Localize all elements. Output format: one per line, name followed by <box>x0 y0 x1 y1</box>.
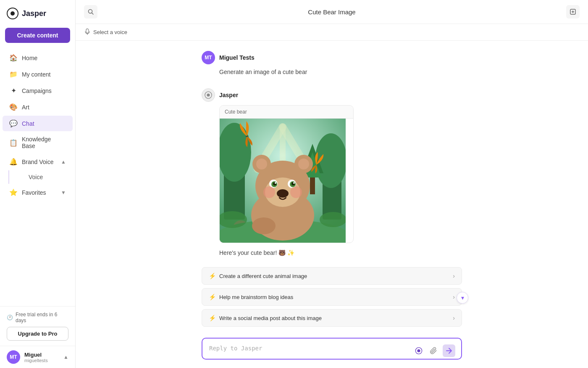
sidebar-item-campaigns-label: Campaigns <box>22 87 52 94</box>
bolt-icon-3: ⚡ <box>209 315 216 321</box>
campaigns-icon: ✦ <box>9 87 18 95</box>
svg-point-50 <box>263 186 275 198</box>
suggestion-3[interactable]: ⚡ Write a social media post about this i… <box>202 309 462 327</box>
svg-point-55 <box>320 212 346 227</box>
suggestion-2-content: ⚡ Help me brainstorm blog ideas <box>209 294 293 300</box>
sidebar-brand-voice-section[interactable]: 🔔 Brand Voice ▲ <box>3 154 73 169</box>
create-content-button[interactable]: Create content <box>5 28 70 43</box>
suggestion-2[interactable]: ⚡ Help me brainstorm blog ideas › <box>202 288 462 306</box>
suggestion-2-text: Help me brainstorm blog ideas <box>219 294 293 300</box>
brand-voice-chevron-icon: ▲ <box>61 159 66 165</box>
chat-icon: 💬 <box>9 119 18 127</box>
jasper-message: Jasper Cute bear <box>202 88 462 262</box>
voice-selector-icon <box>84 28 91 36</box>
sidebar-item-knowledge-base-label: Knowledge Base <box>22 136 66 149</box>
favorites-icon: ⭐ <box>9 188 18 196</box>
suggestion-1-text: Create a different cute animal image <box>219 273 307 279</box>
suggestion-1-arrow: › <box>453 273 455 279</box>
jasper-msg-header: Jasper <box>202 88 462 102</box>
chevron-down-icon: ▾ <box>461 294 464 301</box>
user-info: MT Miguel migueltests <box>7 350 48 364</box>
sidebar-favorites-section[interactable]: ⭐ Favorites ▼ <box>3 185 73 200</box>
trial-text: 🕐 Free trial ends in 6 days <box>7 312 68 323</box>
sidebar-item-art[interactable]: 🎨 Art <box>3 99 73 115</box>
jasper-msg-avatar <box>202 88 215 102</box>
favorites-chevron-icon: ▼ <box>61 190 66 196</box>
brand-voice-label: Brand Voice <box>22 159 54 165</box>
svg-point-47 <box>275 182 276 184</box>
user-msg-header: MT Miguel Tests <box>202 51 462 64</box>
main-content: Cute Bear Image Select a voice MT Miguel… <box>76 0 588 368</box>
svg-point-57 <box>417 349 420 352</box>
send-button[interactable] <box>443 344 455 357</box>
sidebar-item-voice[interactable]: Voice <box>8 170 73 184</box>
generated-image-card: Cute bear <box>219 105 354 243</box>
my-content-icon: 📁 <box>9 70 18 78</box>
upgrade-button[interactable]: Upgrade to Pro <box>7 327 68 341</box>
knowledge-base-icon: 📋 <box>9 139 18 147</box>
svg-point-39 <box>298 159 309 169</box>
collapse-suggestions-button[interactable]: ▾ <box>457 292 468 304</box>
image-label: Cute bear <box>220 106 353 119</box>
trial-clock-icon: 🕐 <box>7 315 13 320</box>
attachment-button[interactable] <box>428 344 440 357</box>
voice-selector-label: Select a voice <box>93 29 127 35</box>
user-chevron-icon: ▲ <box>63 354 68 360</box>
logo-text: Jasper <box>22 9 46 18</box>
topbar: Cute Bear Image <box>76 0 588 24</box>
svg-point-48 <box>293 182 295 184</box>
suggestion-2-arrow: › <box>453 294 455 300</box>
bear-image <box>220 119 346 243</box>
suggestion-1[interactable]: ⚡ Create a different cute animal image › <box>202 267 462 285</box>
svg-point-37 <box>256 159 267 169</box>
sidebar: Jasper Create content 🏠 Home 📁 My conten… <box>0 0 76 368</box>
jasper-response-line1: Here's your cute bear! 🐻 ✨ <box>202 248 462 257</box>
sidebar-item-chat[interactable]: 💬 Chat <box>3 116 73 131</box>
sidebar-item-art-label: Art <box>22 104 29 111</box>
user-section[interactable]: MT Miguel migueltests ▲ <box>0 346 75 368</box>
sidebar-item-home-label: Home <box>22 55 37 61</box>
input-area <box>76 334 588 368</box>
sidebar-item-my-content-label: My content <box>22 71 50 78</box>
suggestion-3-text: Write a social media post about this ima… <box>219 315 322 321</box>
svg-point-49 <box>277 189 289 198</box>
sidebar-item-my-content[interactable]: 📁 My content <box>3 66 73 82</box>
bolt-icon-2: ⚡ <box>209 294 216 300</box>
sidebar-item-knowledge-base[interactable]: 📋 Knowledge Base <box>3 132 73 153</box>
user-details: Miguel migueltests <box>24 352 48 363</box>
sidebar-item-chat-label: Chat <box>22 120 34 127</box>
favorites-left: ⭐ Favorites <box>9 188 46 196</box>
user-avatar: MT <box>7 350 20 364</box>
svg-point-1 <box>10 11 15 16</box>
suggestion-3-content: ⚡ Write a social media post about this i… <box>209 315 322 321</box>
brand-voice-icon: 🔔 <box>9 158 18 166</box>
suggestions-wrapper: ⚡ Create a different cute animal image ›… <box>76 262 588 334</box>
voice-selector[interactable]: Select a voice <box>76 24 588 41</box>
chat-area: MT Miguel Tests Generate an image of a c… <box>76 41 588 262</box>
topbar-share-icon[interactable] <box>566 5 580 19</box>
suggestions-list: ⚡ Create a different cute animal image ›… <box>76 262 588 334</box>
voice-label: Voice <box>29 174 43 180</box>
svg-line-3 <box>92 13 94 15</box>
topbar-title: Cute Bear Image <box>308 8 355 16</box>
trial-section: 🕐 Free trial ends in 6 days Upgrade to P… <box>0 306 75 346</box>
suggestion-1-content: ⚡ Create a different cute animal image <box>209 273 307 279</box>
user-msg-avatar: MT <box>202 51 215 64</box>
logo: Jasper <box>0 0 75 24</box>
jasper-msg-name: Jasper <box>219 92 238 98</box>
sidebar-item-campaigns[interactable]: ✦ Campaigns <box>3 83 73 98</box>
input-action-buttons <box>412 344 455 357</box>
brand-voice-left: 🔔 Brand Voice <box>9 158 54 166</box>
topbar-search-icon[interactable] <box>84 5 97 19</box>
favorites-label: Favorites <box>22 189 46 196</box>
svg-point-9 <box>207 93 210 96</box>
home-icon: 🏠 <box>9 54 18 62</box>
jasper-logo-icon <box>7 8 18 19</box>
svg-point-52 <box>252 217 276 234</box>
jasper-assist-button[interactable] <box>412 344 425 357</box>
user-msg-text: Generate an image of a cute bear <box>202 68 462 77</box>
suggestion-3-arrow: › <box>453 315 455 321</box>
user-message: MT Miguel Tests Generate an image of a c… <box>202 51 462 77</box>
user-msg-name: Miguel Tests <box>219 54 255 61</box>
sidebar-item-home[interactable]: 🏠 Home <box>3 50 73 66</box>
